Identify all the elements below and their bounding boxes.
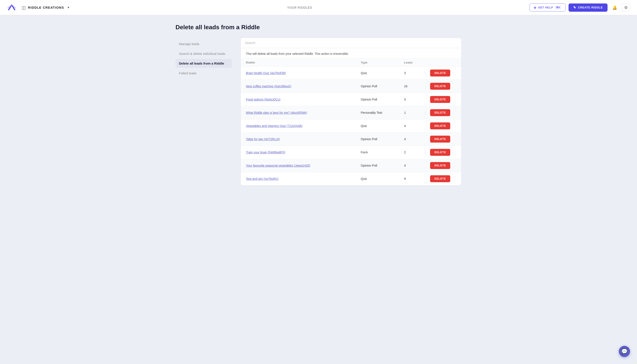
riddle-type: Opinion Poll	[361, 84, 404, 88]
riddle-link[interactable]: Table for two (nhT2RLUI)	[246, 137, 361, 141]
riddle-leads: 3	[404, 71, 430, 75]
chat-bubble-button[interactable]: 💬	[619, 346, 630, 357]
table-notice: This will delete all leads from your sel…	[241, 48, 461, 59]
settings-button[interactable]: ⚙	[622, 4, 630, 12]
brand-chevron-icon: ▼	[67, 6, 70, 9]
riddle-leads: 9	[404, 177, 430, 180]
brand-icon: ◫	[22, 5, 26, 10]
table-row: Table for two (nhT2RLUI) Opinion Poll 4 …	[241, 132, 461, 146]
header-type: Type	[361, 61, 404, 64]
gear-icon: ⚙	[624, 5, 628, 10]
riddle-type: Opinion Poll	[361, 98, 404, 101]
notifications-button[interactable]: 🔔	[610, 4, 619, 12]
riddle-link[interactable]: Vegetables and vitamins Quiz (712oQv0k)	[246, 124, 361, 128]
create-riddle-button[interactable]: ✎ CREATE RIDDLE	[568, 4, 608, 12]
riddle-type: Opinion Poll	[361, 164, 404, 167]
create-riddle-label: CREATE RIDDLE	[578, 6, 603, 9]
delete-button[interactable]: DELETE	[430, 162, 450, 169]
navbar-center: YOUR RIDDLES	[70, 6, 530, 9]
table-header: Riddle Type Leads	[241, 59, 461, 66]
delete-cell: DELETE	[430, 109, 456, 116]
riddle-type: Form	[361, 150, 404, 154]
search-input[interactable]	[245, 41, 457, 45]
table-row: Brain health Quiz (Ap78xfQB) Quiz 3 DELE…	[241, 66, 461, 80]
header-action	[430, 61, 456, 64]
get-help-diamond-icon: ◆	[534, 6, 536, 10]
delete-cell: DELETE	[430, 175, 456, 182]
delete-cell: DELETE	[430, 96, 456, 103]
header-leads: Leads	[404, 61, 430, 64]
sidebar-item-manage-leads[interactable]: Manage leads	[176, 40, 232, 48]
table-row: Vegetables and vitamins Quiz (712oQv0k) …	[241, 120, 461, 132]
riddle-type: Quiz	[361, 71, 404, 75]
delete-button[interactable]: DELETE	[430, 175, 450, 182]
content-area: Manage leads Search & delete individual …	[176, 38, 462, 186]
riddle-type: Personality Test	[361, 111, 404, 114]
delete-button[interactable]: DELETE	[430, 136, 450, 142]
create-riddle-icon: ✎	[573, 6, 576, 10]
delete-button[interactable]: DELETE	[430, 122, 450, 129]
riddle-leads: 4	[404, 124, 430, 128]
riddle-link[interactable]: Brain health Quiz (Ap78xfQB)	[246, 71, 361, 75]
delete-button[interactable]: DELETE	[430, 83, 450, 90]
riddle-link[interactable]: What Riddle plan is best for me? (ahuXR5…	[246, 111, 361, 114]
header-riddle: Riddle	[246, 61, 361, 64]
delete-cell: DELETE	[430, 162, 456, 169]
sidebar-item-delete-all[interactable]: Delete all leads from a Riddle	[176, 59, 232, 68]
delete-cell: DELETE	[430, 122, 456, 129]
table-row: New coffee machine (GgU5kkuG) Opinion Po…	[241, 80, 461, 93]
delete-button[interactable]: DELETE	[430, 149, 450, 156]
your-riddles-link[interactable]: YOUR RIDDLES	[287, 6, 312, 9]
get-help-shortcut: ⌘K	[555, 6, 562, 9]
sidebar-item-search-delete[interactable]: Search & delete individual leads	[176, 49, 232, 58]
delete-button[interactable]: DELETE	[430, 109, 450, 116]
page-layout: Delete all leads from a Riddle Manage le…	[167, 15, 470, 194]
table-row: Your favourite seasonal vegetables (Jgwq…	[241, 159, 461, 172]
riddle-leads: 2	[404, 150, 430, 154]
riddle-link[interactable]: Food options (NxlsUDCu)	[246, 98, 361, 101]
riddle-leads: 4	[404, 137, 430, 141]
riddle-type: Quiz	[361, 177, 404, 180]
riddle-link[interactable]: Test and win (vxrTeoR1)	[246, 177, 361, 180]
logo[interactable]	[7, 4, 16, 12]
logo-icon	[7, 4, 16, 12]
table-row: What Riddle plan is best for me? (ahuXR5…	[241, 106, 461, 120]
brand-title: RIDDLE CREATIONS	[28, 6, 64, 9]
delete-cell: DELETE	[430, 83, 456, 90]
navbar: ◫ RIDDLE CREATIONS ▼ YOUR RIDDLES ◆ GET …	[0, 0, 637, 15]
delete-cell: DELETE	[430, 149, 456, 156]
table-card: This will delete all leads from your sel…	[240, 48, 462, 186]
riddle-leads: 1	[404, 111, 430, 114]
delete-button[interactable]: DELETE	[430, 96, 450, 103]
riddle-link[interactable]: Your favourite seasonal vegetables (Jgwq…	[246, 164, 361, 167]
table-body: Brain health Quiz (Ap78xfQB) Quiz 3 DELE…	[241, 66, 461, 185]
navbar-actions: ◆ GET HELP ⌘K ✎ CREATE RIDDLE 🔔 ⚙	[530, 4, 630, 12]
riddle-leads: 24	[404, 84, 430, 88]
chat-icon: 💬	[621, 348, 628, 354]
riddle-type: Opinion Poll	[361, 137, 404, 141]
table-row: Test and win (vxrTeoR1) Quiz 9 DELETE	[241, 172, 461, 185]
delete-cell: DELETE	[430, 70, 456, 76]
sidebar: Manage leads Search & delete individual …	[176, 38, 232, 186]
get-help-button[interactable]: ◆ GET HELP ⌘K	[530, 4, 566, 12]
page-title: Delete all leads from a Riddle	[176, 24, 462, 31]
table-row: Train your brain (hW86w8F5) Form 2 DELET…	[241, 146, 461, 159]
get-help-label: GET HELP	[538, 6, 553, 9]
bell-icon: 🔔	[612, 5, 617, 10]
sidebar-item-failed-leads[interactable]: Failed leads	[176, 69, 232, 78]
riddle-leads: 4	[404, 164, 430, 167]
brand[interactable]: ◫ RIDDLE CREATIONS ▼	[22, 5, 70, 10]
riddle-link[interactable]: New coffee machine (GgU5kkuG)	[246, 84, 361, 88]
riddle-leads: 5	[404, 98, 430, 101]
riddle-link[interactable]: Train your brain (hW86w8F5)	[246, 150, 361, 154]
delete-cell: DELETE	[430, 136, 456, 142]
main-content: This will delete all leads from your sel…	[240, 38, 462, 186]
search-container	[240, 38, 462, 48]
riddle-type: Quiz	[361, 124, 404, 128]
delete-button[interactable]: DELETE	[430, 70, 450, 76]
page-title-section: Delete all leads from a Riddle Manage le…	[176, 24, 462, 186]
table-row: Food options (NxlsUDCu) Opinion Poll 5 D…	[241, 93, 461, 106]
